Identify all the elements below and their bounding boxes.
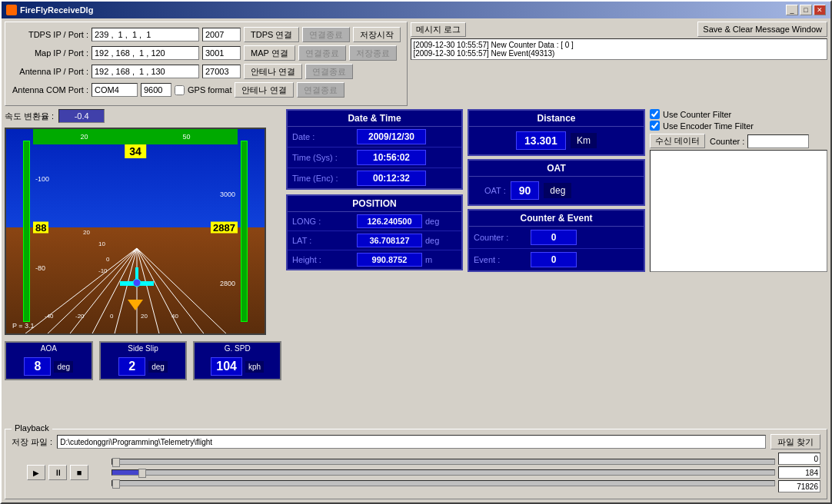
minimize-button[interactable]: _ [786,5,798,15]
right-top-area: Distance 13.301 Km OAT OAT : 90 [468,109,827,272]
map-connect-button[interactable]: MAP 연결 [244,45,295,61]
window-title-area: FireFlyReceiveDlg [6,5,93,15]
svg-line-3 [91,248,137,333]
save-start-button[interactable]: 저장시작 [353,27,401,42]
slider-2-thumb[interactable] [138,469,146,478]
counter-filter-checkbox[interactable] [650,109,660,119]
triangle-arrow [128,300,143,310]
counter-value-input[interactable] [747,134,809,148]
playback-controls: ▶ ⏸ ■ [12,465,104,480]
oat-title: OAT [469,161,644,177]
map-ip-input[interactable] [92,46,199,60]
antenna-label: Antenna IP / Port : [12,67,88,76]
scale-m100: -100 [35,175,49,183]
save-end-button[interactable]: 저장종료 [349,45,397,61]
bot-20: 20 [141,313,148,320]
long-label: LONG : [292,217,354,226]
distance-title: Distance [469,111,644,127]
connection-panel: TDPS IP / Port : TDPS 연결 연결종료 저장시작 Map I… [5,22,408,106]
antenna-end-button[interactable]: 연결종료 [305,64,353,79]
svg-point-12 [133,279,141,287]
message-header: 메시지 로그 Save & Clear Message Window [411,22,827,37]
gspd-box: G. SPD 104 kph [193,341,281,380]
playback-area: Playback 저장 파일 : 파일 찾기 ▶ ⏸ [5,429,827,499]
save-clear-button[interactable]: Save & Clear Message Window [697,22,827,37]
aoa-value: 8 [24,357,51,376]
counter-text-label: Counter : [710,137,744,146]
speed-label: 속도 변환율 : [5,111,54,122]
oat-label: OAT : [484,186,506,195]
playback-label: Playback [12,423,52,433]
tdps-port-input[interactable] [202,28,241,41]
stop-icon: ■ [77,468,82,477]
encoder-filter-checkbox[interactable] [650,121,660,131]
antenna-end2-button[interactable]: 연결종료 [297,82,344,98]
antenna-connect2-button[interactable]: 안테나 연결 [235,82,293,98]
baud-input[interactable] [141,83,171,97]
distance-unit: Km [571,133,597,148]
find-file-button[interactable]: 파일 찾기 [770,434,820,449]
titlebar: FireFlyReceiveDlg _ □ ✕ [2,2,830,18]
slider-1[interactable] [111,459,775,465]
date-value: 2009/12/30 [357,129,426,144]
app-icon [6,5,17,15]
window-title: FireFlyReceiveDlg [20,5,93,15]
oat-values: OAT : 90 deg [469,177,644,204]
main-area: 속도 변환율 : 20 50 [5,109,827,421]
data-boxes-column: Distance 13.301 Km OAT OAT : 90 [468,109,645,272]
sideslip-title: Side Slip [101,343,186,354]
bot-m40: -40 [45,313,54,320]
window-controls: _ □ ✕ [786,5,826,15]
slider-1-thumb[interactable] [112,458,120,467]
scale-20-mid: 20 [83,229,90,236]
counter-event-box: Counter & Event Counter : 0 Event : 0 [468,209,645,272]
long-unit: deg [425,217,439,226]
slider-3[interactable] [111,480,775,486]
received-log[interactable] [650,150,827,272]
gps-format-checkbox[interactable] [175,85,185,95]
svg-line-9 [137,248,229,333]
antenna-port-input[interactable] [202,65,241,78]
sys-time-value: 10:56:02 [357,150,426,165]
stop-button[interactable]: ■ [70,465,88,480]
file-row: 저장 파일 : 파일 찾기 [12,434,820,449]
aoa-unit: deg [54,361,73,373]
tdps-connect-button[interactable]: TDPS 연결 [244,27,299,42]
message-log: [2009-12-30 10:55:57] New Counter Data :… [411,38,827,60]
scale-10-mid: 10 [98,240,105,247]
oat-unit: deg [544,183,571,198]
gspd-title: G. SPD [195,343,280,354]
left-panel: 속도 변환율 : 20 50 [5,109,281,421]
play-button[interactable]: ▶ [27,465,45,480]
com-port-input[interactable] [92,83,138,97]
lat-row: LAT : 36.708127 deg [288,231,461,250]
instruments-row: AOA 8 deg Side Slip 2 deg [5,341,281,380]
bot-m20: -20 [75,313,85,320]
map-label: Map IP / Port : [12,48,88,58]
enc-time-row: Time (Enc) : 00:12:32 [288,168,461,188]
slider-2[interactable] [111,469,775,476]
main-content: TDPS IP / Port : TDPS 연결 연결종료 저장시작 Map I… [2,18,830,502]
slider-3-thumb[interactable] [112,479,120,489]
pause-button[interactable]: ⏸ [48,465,67,480]
antenna-ip-input[interactable] [92,65,199,78]
tdps-ip-input[interactable] [92,28,199,41]
maximize-button[interactable]: □ [800,5,812,15]
tdps-row: TDPS IP / Port : TDPS 연결 연결종료 저장시작 [12,27,401,42]
map-port-input[interactable] [202,46,241,60]
log-entry-1: [2009-12-30 10:55:57] New Counter Data :… [413,41,825,49]
close-button[interactable]: ✕ [814,5,826,15]
slider-num-3: 71826 [778,480,820,492]
file-path-input[interactable] [57,435,766,449]
log-entry-2: [2009-12-30 10:55:57] New Event(49313) [413,49,825,58]
sideslip-box: Side Slip 2 deg [99,341,188,380]
speed-input[interactable] [58,109,105,123]
slider-num-1: 0 [778,453,820,465]
map-end-button[interactable]: 연결종료 [298,45,346,61]
svg-line-8 [137,248,206,333]
scale-m10-mid: -10 [98,267,108,274]
svg-line-6 [137,248,160,333]
sys-time-label: Time (Sys) : [292,153,354,162]
tdps-end-button[interactable]: 연결종료 [302,27,350,42]
antenna-connect-button[interactable]: 안테나 연결 [244,64,302,79]
